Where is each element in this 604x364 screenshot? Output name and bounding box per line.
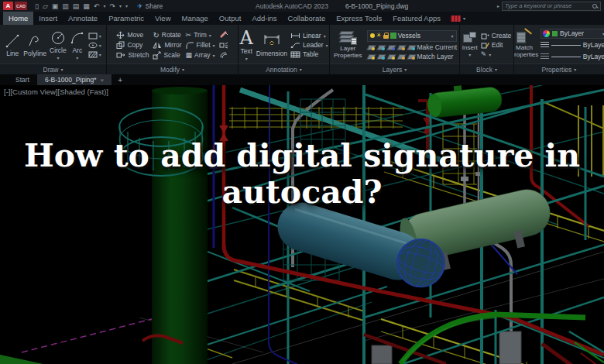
erase-tool[interactable] [219, 31, 228, 39]
layer-lock-icon[interactable] [397, 44, 405, 50]
panel-draw-footer[interactable]: Draw▾ [0, 64, 106, 74]
ribbon-tab-collaborate[interactable]: Collaborate [283, 12, 331, 25]
rectangle-dropdown-icon[interactable]: ▾ [99, 33, 101, 39]
lineweight-dropdown[interactable]: ByLayer [541, 40, 604, 50]
linetype-dropdown[interactable]: ByLayer [541, 52, 604, 62]
panel-expand-icon[interactable]: ▾ [495, 67, 497, 72]
scale-tool[interactable]: Scale [153, 51, 181, 60]
layer-unisolate-icon[interactable] [377, 44, 385, 50]
layer-vpfreeze-icon[interactable] [387, 53, 395, 60]
ellipse-icon[interactable] [88, 42, 98, 49]
drawing-viewport[interactable]: [-][Custom View][Shaded (Fast)] How to a… [0, 85, 604, 364]
explode-tool[interactable] [219, 41, 228, 49]
leader-dropdown-icon[interactable]: ▾ [325, 43, 328, 48]
autocad-logo-icon[interactable]: A [3, 2, 13, 10]
close-tab-icon[interactable]: × [101, 77, 105, 84]
ribbon-tab-parametric[interactable]: Parametric [103, 12, 149, 25]
panel-modify-footer[interactable]: Modify▾ [107, 64, 238, 74]
panel-properties-footer[interactable]: Properties▾ [514, 64, 604, 74]
hatch-icon[interactable] [88, 51, 98, 58]
file-tab-start[interactable]: Start [8, 74, 37, 85]
layer-isolate-icon[interactable] [367, 44, 375, 50]
search-expand-icon[interactable]: ▸ [497, 3, 499, 9]
redo-dropdown-icon[interactable]: ▾ [119, 2, 122, 10]
mirror-tool[interactable]: Mirror [153, 41, 181, 49]
ribbon-tab-output[interactable]: Output [214, 12, 247, 25]
ribbon-tab-express-tools[interactable]: Express Tools [331, 12, 387, 25]
make-current-label[interactable]: Make Current [417, 43, 458, 51]
line-tool[interactable]: Line [5, 33, 20, 57]
leader-tool[interactable]: Leader▾ [290, 41, 328, 49]
offset-tool[interactable] [219, 51, 228, 59]
search-box[interactable] [502, 2, 601, 11]
layer-freeze-icon[interactable] [387, 44, 395, 50]
undo-dropdown-icon[interactable]: ▾ [103, 2, 105, 10]
ribbon-tab-annotate[interactable]: Annotate [63, 12, 103, 25]
ribbon-tab-insert[interactable]: Insert [33, 12, 63, 25]
copy-tool[interactable]: Copy [116, 41, 149, 50]
text-dropdown-icon[interactable]: ▾ [245, 56, 248, 61]
fillet-tool[interactable]: Fillet▾ [186, 41, 215, 50]
layer-thaw-icon[interactable]: ☀ [376, 33, 382, 39]
new-file-icon[interactable]: ▯ [35, 2, 39, 10]
search-icon[interactable] [592, 3, 598, 9]
match-layer-icon[interactable] [407, 53, 415, 60]
edit-attributes-tool[interactable]: ✎▾ [481, 50, 512, 58]
ribbon-tab-home[interactable]: Home [3, 12, 33, 25]
array-tool[interactable]: ▦Array▾ [186, 51, 215, 59]
arc-tool[interactable]: Arc ▾ [70, 30, 85, 60]
create-block-tool[interactable]: Create [481, 32, 512, 39]
arc-dropdown-icon[interactable]: ▾ [76, 55, 78, 60]
trim-dropdown-icon[interactable]: ▾ [209, 33, 211, 38]
layer-select-dropdown[interactable]: ☀ Vessels ▾ [367, 30, 457, 42]
circle-tool[interactable]: Circle ▾ [50, 30, 67, 60]
layer-dropdown-icon[interactable]: ▾ [451, 33, 453, 39]
save-icon[interactable]: ▣ [52, 2, 59, 10]
file-tab-document[interactable]: 6-B-1000_Piping* × [37, 74, 112, 85]
layer-unlock-icon[interactable] [383, 33, 389, 39]
ribbon-tab-view[interactable]: View [149, 12, 176, 25]
layer-properties-button[interactable]: Layer Properties [332, 31, 364, 59]
trim-tool[interactable]: ✂Trim▾ [186, 31, 215, 39]
panel-layers-footer[interactable]: Layers▾ [330, 64, 459, 74]
table-tool[interactable]: Table [290, 50, 328, 58]
layer-unlock-all-icon[interactable] [397, 53, 405, 60]
text-tool[interactable]: A Text ▾ [240, 29, 253, 61]
print-icon[interactable]: ▦ [83, 2, 90, 10]
customize-qat-icon[interactable]: ▾ [125, 2, 128, 10]
linear-dimension-tool[interactable]: Linear▾ [290, 32, 328, 39]
new-tab-button[interactable]: + [112, 74, 129, 85]
panel-expand-icon[interactable]: ▾ [574, 67, 576, 72]
ellipse-dropdown-icon[interactable]: ▾ [99, 43, 101, 48]
panel-expand-icon[interactable]: ▾ [182, 67, 184, 72]
make-current-icon[interactable] [407, 44, 415, 50]
viewport-controls[interactable]: [-][Custom View][Shaded (Fast)] [4, 88, 108, 96]
panel-expand-icon[interactable]: ▾ [60, 67, 63, 72]
edit-block-tool[interactable]: Edit [481, 41, 512, 49]
insert-block-button[interactable]: Insert ▾ [462, 32, 478, 59]
ribbon-tab-addins[interactable]: Add-ins [246, 12, 282, 25]
object-color-dropdown[interactable]: ByLayer ▾ [541, 29, 604, 39]
rotate-tool[interactable]: ↻Rotate [153, 31, 181, 39]
plot-icon[interactable]: ▤ [73, 2, 80, 10]
workspace-icon[interactable] [451, 15, 461, 22]
array-dropdown-icon[interactable]: ▾ [212, 53, 214, 58]
fillet-dropdown-icon[interactable]: ▾ [213, 43, 215, 48]
ribbon-tab-featured-apps[interactable]: Featured Apps [387, 12, 446, 25]
panel-block-footer[interactable]: Block▾ [460, 64, 513, 74]
panel-expand-icon[interactable]: ▾ [404, 67, 407, 72]
workspace-dropdown-icon[interactable]: ▾ [463, 15, 465, 21]
layer-on-all-icon[interactable] [377, 53, 385, 60]
match-properties-button[interactable]: Match Properties [514, 32, 537, 58]
share-button[interactable]: ✈ Share [137, 2, 163, 10]
open-file-icon[interactable]: ▱ [43, 2, 48, 10]
panel-expand-icon[interactable]: ▾ [300, 67, 302, 72]
save-as-icon[interactable]: ▥ [62, 2, 69, 10]
panel-annotation-footer[interactable]: Annotation▾ [239, 64, 329, 74]
dimension-tool[interactable]: Dimension [256, 33, 287, 57]
linear-dropdown-icon[interactable]: ▾ [324, 33, 326, 39]
circle-dropdown-icon[interactable]: ▾ [57, 55, 59, 60]
undo-icon[interactable]: ↶ [94, 2, 100, 10]
layer-on-icon[interactable] [370, 33, 375, 38]
move-tool[interactable]: Move [116, 31, 149, 39]
